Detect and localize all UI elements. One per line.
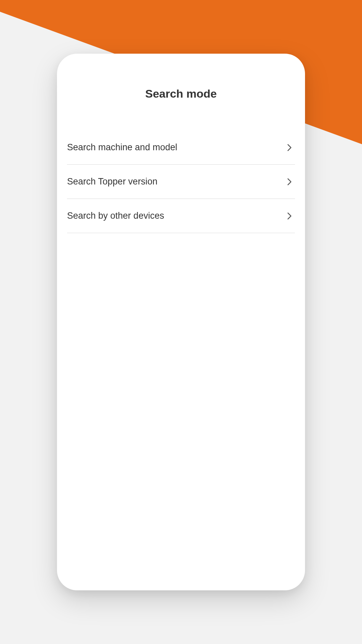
chevron-right-icon [287, 211, 292, 221]
list-item-topper-version[interactable]: Search Topper version [67, 165, 295, 199]
chevron-right-icon [287, 143, 292, 152]
main-card: Search mode Search machine and model Sea… [57, 54, 305, 590]
list-item-other-devices[interactable]: Search by other devices [67, 199, 295, 233]
search-mode-list: Search machine and model Search Topper v… [67, 130, 295, 233]
page-title: Search mode [67, 87, 295, 100]
list-item-label: Search by other devices [67, 211, 164, 221]
list-item-label: Search machine and model [67, 142, 177, 153]
list-item-label: Search Topper version [67, 176, 158, 187]
chevron-right-icon [287, 177, 292, 186]
list-item-machine-model[interactable]: Search machine and model [67, 130, 295, 165]
